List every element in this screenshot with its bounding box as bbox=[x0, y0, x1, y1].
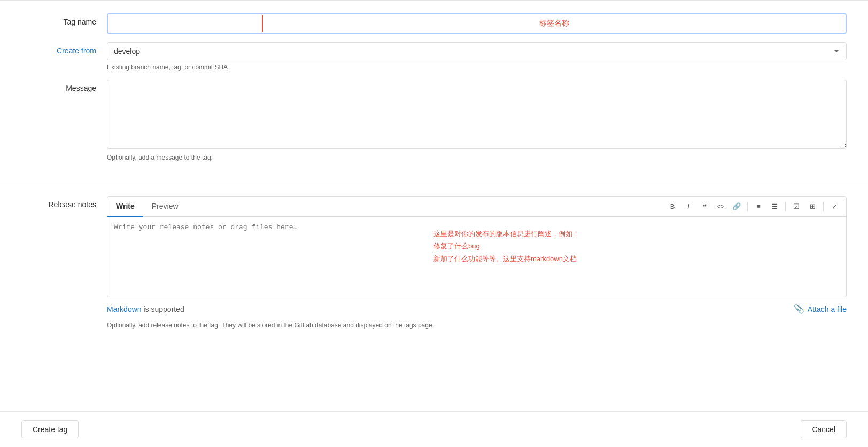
page-container: Tag name 标签名称 Create from develop Existi… bbox=[0, 0, 868, 342]
quote-icon[interactable]: ❝ bbox=[698, 200, 711, 213]
release-notes-section: Release notes Write Preview B I ❝ <> bbox=[0, 183, 868, 342]
link-icon[interactable]: 🔗 bbox=[730, 200, 743, 213]
bottom-bar: Create tag Cancel bbox=[0, 411, 868, 447]
message-label: Message bbox=[21, 80, 107, 92]
create-from-content: develop Existing branch name, tag, or co… bbox=[107, 42, 847, 71]
message-row: Message Optionally, add a message to the… bbox=[21, 80, 847, 161]
message-content: Optionally, add a message to the tag. bbox=[107, 80, 847, 161]
create-from-row: Create from develop Existing branch name… bbox=[21, 42, 847, 71]
tag-name-wrapper: 标签名称 bbox=[107, 13, 847, 34]
release-notes-textarea[interactable] bbox=[107, 217, 417, 297]
fullscreen-icon[interactable]: ⤢ bbox=[828, 200, 841, 213]
cancel-button[interactable]: Cancel bbox=[801, 420, 847, 438]
attach-file-icon: 📎 bbox=[794, 304, 804, 314]
tag-name-placeholder-text: 标签名称 bbox=[263, 14, 846, 33]
message-helper: Optionally, add a message to the tag. bbox=[107, 154, 847, 161]
task-list-icon[interactable]: ☑ bbox=[790, 200, 803, 213]
tab-content-wrapper: 这里是对你的发布的版本信息进行阐述，例如： 修复了什么bug 新加了什么功能等等… bbox=[107, 217, 846, 297]
release-notes-row: Release notes Write Preview B I ❝ <> bbox=[21, 196, 847, 329]
optional-release-notes-text: Optionally, add release notes to the tag… bbox=[107, 321, 847, 329]
tabs-wrapper: Write Preview B I ❝ <> 🔗 ≡ ☰ bbox=[107, 196, 847, 297]
tabs-bar: Write Preview B I ❝ <> 🔗 ≡ ☰ bbox=[107, 197, 846, 217]
tabs-left: Write Preview bbox=[107, 197, 187, 216]
unordered-list-icon[interactable]: ≡ bbox=[752, 200, 765, 213]
hint-line1: 这里是对你的发布的版本信息进行阐述，例如： bbox=[433, 228, 830, 240]
create-from-label: Create from bbox=[21, 42, 107, 55]
create-tag-button[interactable]: Create tag bbox=[21, 420, 79, 438]
bold-icon[interactable]: B bbox=[666, 200, 679, 213]
hint-line3: 新加了什么功能等等。这里支持markdown文档 bbox=[433, 253, 830, 265]
tab-write[interactable]: Write bbox=[107, 197, 143, 217]
tag-name-content: 标签名称 bbox=[107, 13, 847, 34]
create-from-helper: Existing branch name, tag, or commit SHA bbox=[107, 64, 847, 71]
italic-icon[interactable]: I bbox=[682, 200, 695, 213]
release-notes-hint: 这里是对你的发布的版本信息进行阐述，例如： 修复了什么bug 新加了什么功能等等… bbox=[417, 217, 846, 297]
markdown-link[interactable]: Markdown bbox=[107, 305, 142, 313]
table-icon[interactable]: ⊞ bbox=[806, 200, 819, 213]
toolbar-icons: B I ❝ <> 🔗 ≡ ☰ ☑ ⊞ ⤢ bbox=[661, 197, 846, 216]
release-notes-label: Release notes bbox=[21, 196, 107, 209]
tag-name-label: Tag name bbox=[21, 13, 107, 26]
form-section: Tag name 标签名称 Create from develop Existi… bbox=[0, 1, 868, 183]
tag-name-row: Tag name 标签名称 bbox=[21, 13, 847, 34]
toolbar-divider-3 bbox=[823, 202, 824, 211]
toolbar-divider-1 bbox=[747, 202, 748, 211]
markdown-bar: Markdown is supported 📎 Attach a file bbox=[107, 300, 847, 318]
ordered-list-icon[interactable]: ☰ bbox=[768, 200, 781, 213]
tab-preview[interactable]: Preview bbox=[143, 197, 187, 217]
attach-file-button[interactable]: 📎 Attach a file bbox=[794, 304, 847, 314]
tag-name-input[interactable] bbox=[108, 15, 263, 32]
is-supported-text: is supported bbox=[142, 305, 184, 313]
create-from-select[interactable]: develop bbox=[107, 42, 847, 60]
attach-file-label: Attach a file bbox=[808, 305, 847, 313]
message-textarea[interactable] bbox=[107, 80, 847, 149]
markdown-support-text: Markdown is supported bbox=[107, 305, 184, 313]
hint-line2: 修复了什么bug bbox=[433, 240, 830, 252]
release-notes-content: Write Preview B I ❝ <> 🔗 ≡ ☰ bbox=[107, 196, 847, 329]
code-icon[interactable]: <> bbox=[714, 200, 727, 213]
toolbar-divider-2 bbox=[785, 202, 786, 211]
